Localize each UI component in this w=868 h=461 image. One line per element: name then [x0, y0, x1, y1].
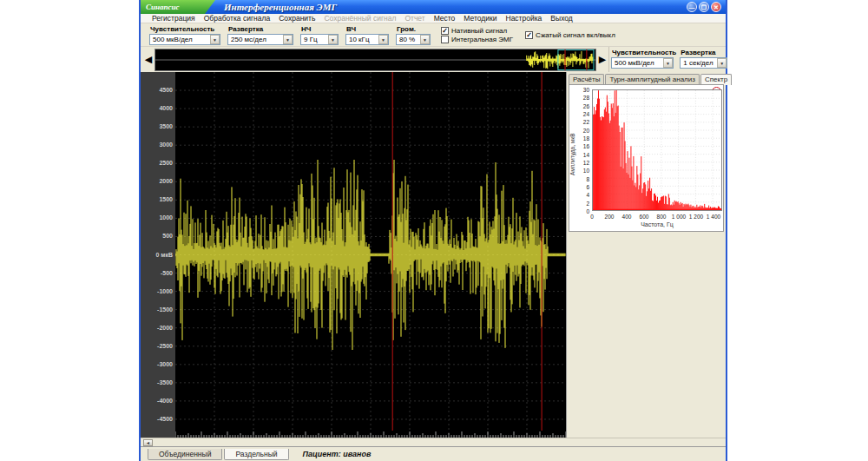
emg-y-tick-label: 3000 — [159, 142, 173, 148]
scroll-left-button[interactable]: ◀ — [142, 49, 155, 71]
sweep-select[interactable]: 250 мс/дел ▼ — [227, 34, 293, 45]
menu-item[interactable]: Выход — [546, 14, 576, 23]
signal-overview[interactable] — [155, 49, 596, 71]
emg-y-tick-label: -500 — [161, 270, 173, 276]
spectrum-x-tick-label: 1 400 — [704, 214, 723, 220]
dropdown-icon[interactable]: ▼ — [210, 35, 220, 44]
emg-y-tick-label: -2500 — [157, 343, 173, 349]
dropdown-icon[interactable]: ▼ — [283, 35, 293, 44]
spectrum-y-tick-label: 4 — [577, 192, 589, 198]
toolbar: Чувствительность 500 мкВ/дел ▼ Развертка… — [141, 23, 726, 47]
emg-y-tick-label: 2000 — [159, 178, 173, 184]
minimize-button[interactable]: — — [687, 2, 697, 12]
bottom-tab-bar: ОбъединенныйРаздельный Пациент: иванов — [141, 446, 726, 461]
compressed-view-controls: Чувствительность 500 мкВ/дел ▼ Развертка… — [608, 47, 726, 72]
emg-chart: 450040003500300025002000150010005000 мкВ… — [141, 72, 566, 438]
app-window: Синапсис Интерференционная ЭМГ — ❐ ✕ Рег… — [139, 0, 727, 461]
dropdown-icon[interactable]: ▼ — [717, 58, 727, 68]
menu-item[interactable]: Обработка сигнала — [200, 14, 274, 23]
volume-group: Гром. 80 % ▼ — [396, 24, 431, 45]
dropdown-icon[interactable]: ▼ — [378, 35, 388, 44]
high-freq-group: ВЧ 10 кГц ▼ — [345, 24, 389, 45]
spectrum-y-tick-label: 22 — [577, 119, 589, 125]
spectrum-y-tick-label: 10 — [577, 168, 589, 174]
emg-y-tick-label: -4000 — [157, 398, 173, 404]
spectrum-y-tick-label: 16 — [577, 143, 589, 149]
compressed-signal-checkbox-group: ✓Сжатый сигнал вкл/выкл — [525, 31, 615, 39]
spectrum-x-tick-label: 0 — [582, 214, 602, 220]
menu-item[interactable]: Сохранить — [274, 14, 319, 23]
scrollbar-left-button[interactable]: ◄ — [143, 439, 153, 446]
menu-item[interactable]: Регистрация — [148, 14, 200, 23]
checkbox-label: Интегральная ЭМГ — [451, 36, 513, 43]
analysis-tab[interactable]: Турн-амплитудный анализ — [605, 74, 699, 84]
checkbox-label: Сжатый сигнал вкл/выкл — [536, 31, 615, 39]
menu-bar: РегистрацияОбработка сигналаСохранитьСох… — [141, 14, 726, 23]
dropdown-icon[interactable]: ▼ — [328, 35, 338, 44]
close-button[interactable]: ✕ — [711, 2, 721, 12]
low-freq-group: НЧ 9 Гц ▼ — [300, 24, 339, 45]
scroll-right-button[interactable]: ▶ — [596, 49, 608, 71]
low-freq-select[interactable]: 9 Гц ▼ — [300, 34, 339, 45]
view-tab[interactable]: Объединенный — [148, 449, 222, 460]
checkbox[interactable]: ✓Нативный сигнал — [441, 27, 513, 35]
emg-plot[interactable] — [175, 72, 566, 438]
menu-item[interactable]: Методики — [459, 14, 501, 23]
analysis-tabs: РасчётыТурн-амплитудный анализСпектр — [567, 72, 726, 84]
sensitivity-select[interactable]: 500 мкВ/дел ▼ — [149, 34, 220, 45]
view-tab[interactable]: Раздельный — [224, 449, 288, 460]
spectrum-y-tick-label: 8 — [577, 176, 589, 182]
volume-select[interactable]: 80 % ▼ — [396, 34, 431, 45]
checkbox-box-icon[interactable]: ✓ — [441, 27, 449, 35]
compressed-sensitivity-select[interactable]: 500 мкВ/дел ▼ — [611, 57, 674, 69]
spectrum-x-tick-label: 400 — [617, 214, 636, 220]
checkbox[interactable]: Интегральная ЭМГ — [441, 36, 513, 43]
patient-label: Пациент: иванов — [303, 450, 372, 458]
sensitivity-group: Чувствительность 500 мкВ/дел ▼ — [149, 24, 220, 45]
menu-item[interactable]: Место — [430, 14, 460, 23]
app-logo: Синапсис — [141, 0, 215, 14]
sensitivity-label: Чувствительность — [150, 25, 220, 33]
emg-y-tick-label: 2500 — [159, 160, 173, 166]
emg-y-tick-label: 4500 — [159, 87, 173, 93]
menu-item: Сохранённый сигнал — [319, 14, 400, 23]
emg-y-tick-label: 500 — [162, 233, 173, 239]
window-title: Интерференционная ЭМГ — [224, 2, 337, 12]
spectrum-y-tick-label: 18 — [577, 135, 589, 142]
spectrum-x-axis-title: Частота, Гц — [592, 221, 722, 227]
overview-row: ◀ ▶ Чувствительность 500 мкВ/дел ▼ Разве… — [141, 47, 726, 72]
emg-y-tick-label: -2000 — [157, 325, 173, 331]
maximize-button[interactable]: ❐ — [699, 2, 709, 12]
analysis-tab[interactable]: Расчёты — [569, 74, 604, 84]
spectrum-y-axis-title: Амплитуда, мкВ — [569, 111, 575, 198]
spectrum-chart: C Амплитуда, мкВ 02468101214161820222426… — [569, 84, 724, 232]
emg-y-tick-label: 0 мкВ — [155, 252, 173, 258]
window-controls: — ❐ ✕ — [687, 2, 721, 12]
spectrum-y-tick-label: 28 — [577, 95, 589, 101]
checkbox[interactable]: ✓Сжатый сигнал вкл/выкл — [525, 31, 615, 39]
compressed-sensitivity-group: Чувствительность 500 мкВ/дел ▼ — [611, 48, 676, 71]
menu-item[interactable]: Настройка — [502, 14, 547, 23]
high-freq-label: ВЧ — [346, 25, 389, 33]
dropdown-icon[interactable]: ▼ — [663, 58, 673, 68]
signal-mode-checkboxes: ✓Нативный сигналИнтегральная ЭМГ✓Сжатый … — [441, 24, 615, 46]
spectrum-y-tick-label: 20 — [577, 128, 589, 134]
low-freq-label: НЧ — [301, 25, 339, 33]
compressed-sweep-select[interactable]: 1 сек/дел ▼ — [680, 57, 727, 69]
compressed-sweep-label: Развертка — [681, 49, 727, 56]
dropdown-icon[interactable]: ▼ — [420, 35, 430, 44]
spectrum-x-tick-label: 800 — [652, 214, 671, 220]
spectrum-y-tick-label: 14 — [577, 152, 589, 158]
spectrum-x-tick-label: 600 — [635, 214, 654, 220]
high-freq-select[interactable]: 10 кГц ▼ — [345, 34, 389, 45]
emg-y-axis: 450040003500300025002000150010005000 мкВ… — [141, 72, 175, 438]
main-row: 450040003500300025002000150010005000 мкВ… — [141, 72, 726, 438]
view-tabs: ОбъединенныйРаздельный — [148, 449, 291, 460]
checkbox-box-icon[interactable] — [441, 36, 449, 43]
spectrum-y-tick-label: 24 — [577, 111, 589, 117]
native-signal-checkbox-group: ✓Нативный сигналИнтегральная ЭМГ — [441, 27, 513, 43]
volume-label: Гром. — [397, 25, 431, 33]
spectrum-x-tick-label: 1 000 — [669, 214, 688, 220]
checkbox-box-icon[interactable]: ✓ — [525, 31, 533, 39]
h-scrollbar[interactable]: ◄ — [141, 438, 726, 446]
